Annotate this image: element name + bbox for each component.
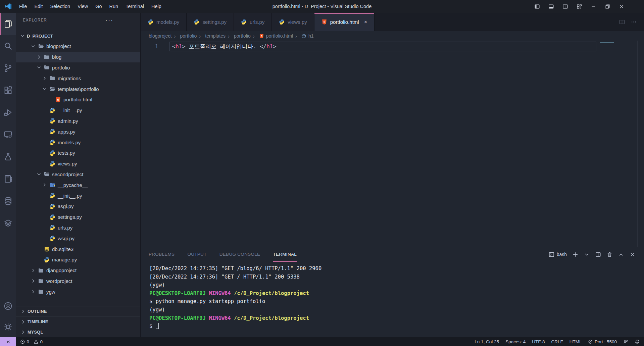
activity-bar-item[interactable] xyxy=(0,168,16,190)
tree-item[interactable]: models.py xyxy=(16,137,140,148)
tree-item[interactable]: templates\portfolio xyxy=(16,84,140,94)
terminal[interactable]: [20/Dec/2022 14:27:35] "GET /blog/6/ HTT… xyxy=(141,262,644,331)
panel-action[interactable] xyxy=(607,252,612,257)
breadcrumb-item[interactable]: › templates xyxy=(197,33,226,39)
status-item[interactable]: UTF-8 xyxy=(532,339,545,344)
tree-item[interactable]: __init__.py xyxy=(16,190,140,201)
tree-item[interactable]: secondproject xyxy=(16,169,140,180)
activity-bar-item[interactable] xyxy=(0,13,16,35)
menu-item[interactable]: Go xyxy=(92,0,105,13)
problems-status[interactable]: 0 0 xyxy=(20,339,43,344)
tree-item[interactable]: blog xyxy=(16,52,140,62)
sidebar-section-header[interactable]: OUTLINE xyxy=(16,306,140,316)
window-control[interactable] xyxy=(548,4,554,9)
tree-item[interactable]: views.py xyxy=(16,158,140,169)
status-item[interactable]: Spaces: 4 xyxy=(505,339,526,344)
panel-tab[interactable]: TERMINAL xyxy=(273,247,297,262)
panel-tab[interactable]: DEBUG CONSOLE xyxy=(219,247,260,262)
menu-item[interactable]: Help xyxy=(148,0,165,13)
window-control[interactable] xyxy=(605,4,610,9)
activity-bar-item[interactable] xyxy=(0,123,16,146)
tree-item[interactable]: ygw xyxy=(16,286,140,297)
menu-item[interactable]: Selection xyxy=(46,0,74,13)
tree-item[interactable]: asgi.py xyxy=(16,201,140,212)
window-control[interactable] xyxy=(534,4,540,9)
tab-label: models.py xyxy=(156,19,179,25)
status-item[interactable]: Ln 1, Col 25 xyxy=(475,339,499,344)
window-control[interactable] xyxy=(591,4,596,9)
tree-root-d-project[interactable]: D_PROJECT xyxy=(16,31,140,41)
breadcrumb-item[interactable]: › blogproject xyxy=(149,33,172,39)
breadcrumb-item[interactable]: › h1 xyxy=(293,33,314,39)
tab-label: views.py xyxy=(288,19,307,25)
account-icon xyxy=(4,302,12,310)
tree-item[interactable]: __init__.py xyxy=(16,105,140,116)
activity-bar-item[interactable] xyxy=(0,190,16,212)
panel-action[interactable] xyxy=(595,252,601,257)
tree-item[interactable]: __pycache__ xyxy=(16,180,140,190)
editor-tab[interactable]: urls.py × xyxy=(234,13,272,31)
activity-bar-item[interactable] xyxy=(0,212,16,234)
status-item[interactable]: CRLF xyxy=(551,339,563,344)
window-control[interactable] xyxy=(619,4,625,9)
editor-action[interactable] xyxy=(631,19,637,25)
menu-item[interactable]: View xyxy=(74,0,92,13)
activity-bar-item[interactable] xyxy=(0,296,16,316)
tree-item[interactable]: portfolio xyxy=(16,62,140,73)
panel-action[interactable] xyxy=(573,252,578,257)
editor-tab-bar: models.py × settings.py × urls.py × view… xyxy=(141,13,644,31)
breadcrumb-item[interactable]: › portfolio.html xyxy=(251,33,293,39)
chevron-right-icon xyxy=(21,330,26,335)
menu-item[interactable]: Run xyxy=(106,0,122,13)
activity-bar-item[interactable] xyxy=(0,146,16,168)
menu-item[interactable]: Terminal xyxy=(122,0,148,13)
tree-item[interactable]: blogproject xyxy=(16,41,140,52)
status-item[interactable] xyxy=(635,339,640,344)
editor-tab[interactable]: settings.py × xyxy=(187,13,234,31)
sidebar-section-header[interactable]: TIMELINE xyxy=(16,316,140,327)
editor-action[interactable] xyxy=(619,19,625,25)
status-item[interactable] xyxy=(623,339,628,344)
panel-tab[interactable]: PROBLEMS xyxy=(149,247,175,262)
status-item[interactable]: HTML xyxy=(569,339,582,344)
tree-item-label: urls.py xyxy=(58,225,72,231)
remote-indicator[interactable] xyxy=(0,337,16,346)
tree-item[interactable]: wordproject xyxy=(16,276,140,287)
minimap[interactable] xyxy=(597,41,638,247)
tree-item[interactable]: djangoproject xyxy=(16,265,140,276)
breadcrumb-item[interactable]: › portfolio xyxy=(226,33,251,39)
tree-item[interactable]: apps.py xyxy=(16,126,140,137)
activity-bar-item[interactable] xyxy=(0,316,16,337)
window-control[interactable] xyxy=(562,4,568,9)
tree-item[interactable]: wsgi.py xyxy=(16,233,140,244)
window-control[interactable] xyxy=(577,4,582,9)
tree-item[interactable]: admin.py xyxy=(16,116,140,127)
panel-action[interactable] xyxy=(618,252,624,257)
status-item[interactable]: Port : 5500 xyxy=(588,339,617,344)
tree-item[interactable]: settings.py xyxy=(16,212,140,223)
panel-action[interactable] xyxy=(630,252,635,257)
breadcrumb-item[interactable]: › portfolio xyxy=(172,33,197,39)
sidebar-section-header[interactable]: MYSQL xyxy=(16,327,140,337)
editor-tab[interactable]: models.py × xyxy=(141,13,187,31)
activity-bar-item[interactable] xyxy=(0,57,16,79)
menu-item[interactable]: File xyxy=(15,0,31,13)
editor-tab[interactable]: portfolio.html × xyxy=(314,13,375,31)
more-actions-icon[interactable]: ··· xyxy=(105,17,113,24)
editor-tab[interactable]: views.py × xyxy=(272,13,314,31)
activity-bar-item[interactable] xyxy=(0,101,16,123)
shell-selector[interactable]: bash xyxy=(549,252,567,257)
code-editor[interactable]: 1 <h1> 포트폴리오 페이지입니다. </h1> xyxy=(141,41,644,247)
activity-bar-item[interactable] xyxy=(0,79,16,101)
panel-action[interactable] xyxy=(584,252,590,257)
panel-tab[interactable]: OUTPUT xyxy=(187,247,206,262)
tree-item[interactable]: urls.py xyxy=(16,223,140,233)
tree-item[interactable]: tests.py xyxy=(16,148,140,158)
tree-item[interactable]: migrations xyxy=(16,73,140,84)
tree-item[interactable]: manage.py xyxy=(16,254,140,265)
menu-item[interactable]: Edit xyxy=(31,0,46,13)
activity-bar-item[interactable] xyxy=(0,35,16,57)
tree-item[interactable]: db.sqlite3 xyxy=(16,244,140,254)
tree-item[interactable]: portfolio.html xyxy=(16,94,140,105)
close-icon[interactable]: × xyxy=(364,19,367,25)
